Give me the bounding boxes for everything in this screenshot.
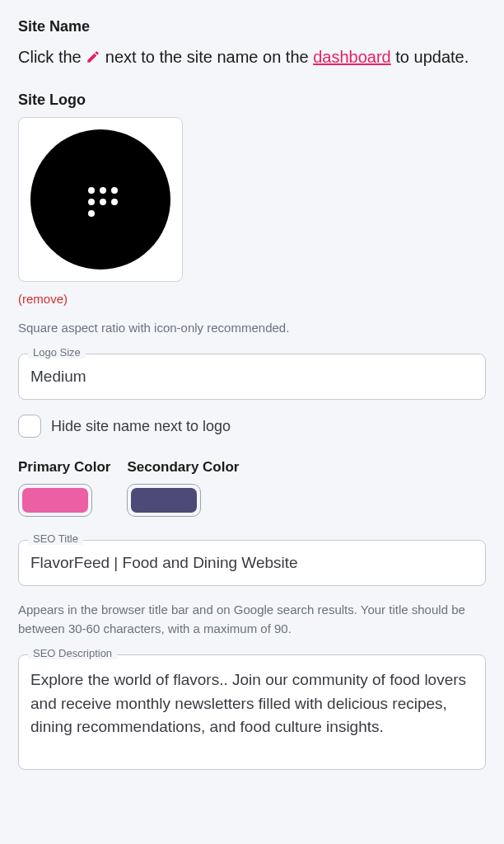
site-logo-label: Site Logo (18, 91, 486, 109)
seo-desc-field: SEO Description Explore the world of fla… (18, 654, 486, 770)
hide-name-row: Hide site name next to logo (18, 415, 486, 438)
logo-size-label: Logo Size (28, 346, 86, 359)
help-suffix: to update. (395, 48, 469, 66)
seo-title-help: Appears in the browser title bar and on … (18, 601, 486, 638)
secondary-color-col: Secondary Color (127, 459, 239, 517)
primary-color-picker[interactable] (18, 484, 92, 517)
hide-name-checkbox[interactable] (18, 415, 41, 438)
logo-preview[interactable] (18, 117, 183, 282)
remove-logo-link[interactable]: (remove) (18, 292, 486, 306)
pencil-icon (86, 45, 100, 72)
secondary-color-picker[interactable] (127, 484, 201, 517)
help-mid: next to the site name on the (105, 48, 313, 66)
site-name-label: Site Name (18, 18, 486, 35)
seo-title-label: SEO Title (28, 532, 83, 545)
dashboard-link[interactable]: dashboard (313, 48, 391, 66)
logo-size-select[interactable]: Medium (18, 354, 486, 400)
seo-desc-label: SEO Description (28, 647, 117, 659)
site-name-help: Click the next to the site name on the d… (18, 44, 486, 72)
seo-desc-input[interactable]: Explore the world of flavors.. Join our … (18, 654, 486, 770)
logo-help-text: Square aspect ratio with icon-only recom… (18, 319, 486, 338)
primary-color-swatch (22, 488, 88, 513)
seo-title-field: SEO Title (18, 540, 486, 586)
primary-color-label: Primary Color (18, 459, 110, 476)
color-row: Primary Color Secondary Color (18, 459, 486, 517)
primary-color-col: Primary Color (18, 459, 110, 517)
seo-title-input[interactable] (18, 540, 486, 586)
hide-name-label: Hide site name next to logo (51, 418, 231, 435)
help-prefix: Click the (18, 48, 86, 66)
logo-size-field: Logo Size Medium (18, 354, 486, 400)
secondary-color-swatch (131, 488, 197, 513)
secondary-color-label: Secondary Color (127, 459, 239, 476)
logo-image (30, 129, 170, 270)
